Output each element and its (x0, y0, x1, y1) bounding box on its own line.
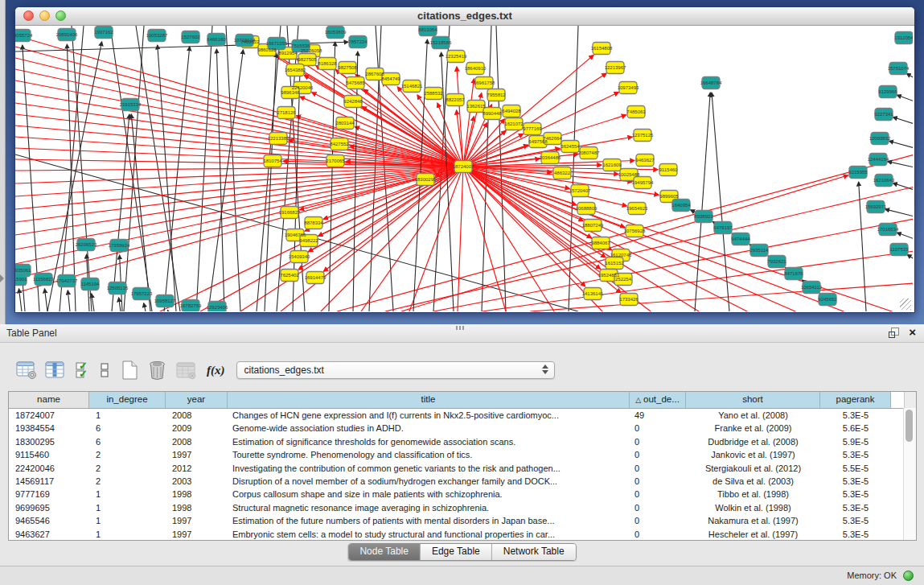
table-row[interactable]: 2242004622012Investigating the contribut… (9, 462, 916, 475)
table-cell: 0 (630, 422, 686, 435)
table-cell: 1997 (166, 448, 228, 461)
split-pane-handle[interactable] (456, 326, 466, 330)
graph-node-label: 17957223 (131, 291, 153, 296)
graph-node-label: 1621609 (602, 163, 622, 167)
graph-node-label: 18724007 (453, 164, 474, 169)
graph-node-label: 16671355 (266, 41, 288, 46)
graph-node-label: 9463627 (635, 158, 655, 163)
table-cell: 9777169 (9, 488, 89, 501)
table-panel: Table Panel × ✓✓ f(x) citations_edges (0, 324, 924, 566)
delete-trash-icon[interactable] (147, 360, 167, 381)
table-cell: 1997 (166, 528, 228, 541)
svg-text:✓: ✓ (79, 368, 88, 380)
column-header-name[interactable]: name (9, 392, 89, 408)
graph-node-label: 8186328 (318, 61, 337, 66)
table-settings-icon[interactable] (16, 360, 38, 380)
graph-node-label: 16120746 (610, 253, 632, 257)
table-cell: 2 (89, 475, 166, 488)
table-row[interactable]: 946362711997Embryonic stem cells: a mode… (9, 528, 916, 541)
graph-node-label: 1935061 (15, 268, 31, 273)
graph-node-label: 486322 (554, 171, 571, 175)
table-row[interactable]: 977716911998Corpus callosum shape and si… (9, 488, 916, 501)
tab-network-table[interactable]: Network Table (492, 544, 576, 560)
table-cell: 1 (89, 409, 166, 422)
graph-node-label: 20364486 (540, 155, 561, 160)
table-cell: 5.6E-5 (820, 422, 891, 435)
graph-node-label: 9896348 (281, 90, 300, 95)
graph-node-label: 8454749 (381, 76, 400, 81)
table-cell: Stergiakouli et al. (2012) (686, 462, 820, 475)
table-cell: Estimation of the future numbers of pati… (228, 514, 630, 527)
graph-node-label: 1362615 (466, 104, 486, 109)
column-header-title[interactable]: title (228, 392, 630, 408)
function-builder-icon[interactable]: f(x) (207, 364, 225, 377)
graph-node-label: 16914479 (305, 275, 326, 280)
status-bar: Memory: OK (0, 566, 924, 585)
network-canvas[interactable]: 1872400774638229860128891295425226058982… (15, 26, 913, 311)
table-row[interactable]: 1938455462009Genome-wide association stu… (9, 422, 916, 435)
new-document-icon[interactable] (120, 360, 139, 381)
column-header-in-degree[interactable]: in_degree (89, 392, 166, 408)
graph-node-label: 14136141 (582, 291, 604, 296)
network-window-title: citations_edges.txt (15, 10, 914, 22)
select-columns-icon[interactable]: ✓✓ (75, 360, 92, 380)
column-visibility-icon[interactable] (45, 360, 66, 380)
table-cell: 2009 (166, 422, 228, 435)
graph-node-label: 1937162 (94, 30, 113, 35)
column-header-out-de-[interactable]: △out_de... (630, 392, 686, 408)
graph-node-label: 1527602 (181, 35, 200, 39)
row-view-icon[interactable] (99, 360, 110, 380)
table-cell: 5.3E-5 (820, 528, 891, 541)
graph-node-label: 9245652 (818, 297, 837, 302)
panel-collapse-handle[interactable] (0, 274, 4, 282)
table-row[interactable]: 911546021997Tourette syndrome. Phenomeno… (9, 448, 916, 461)
table-panel-titlebar[interactable]: Table Panel × (0, 324, 924, 343)
network-window-titlebar[interactable]: citations_edges.txt (15, 7, 914, 26)
header-scroll-corner (904, 392, 916, 408)
tab-node-table[interactable]: Node Table (348, 544, 421, 560)
graph-node-label: 6494028 (502, 109, 521, 113)
table-cell: 0 (630, 462, 686, 475)
table-row[interactable]: 1456911722003Disruption of a novel membe… (9, 475, 916, 488)
table-cell: 5.3E-5 (820, 514, 891, 527)
graph-node-label: 18300295 (415, 177, 437, 182)
column-header-year[interactable]: year (166, 392, 228, 408)
table-cell: Estimation of significance thresholds fo… (228, 435, 630, 448)
table-cell: 5.3E-5 (820, 501, 891, 514)
tab-edge-table[interactable]: Edge Table (421, 544, 492, 560)
graph-node-label: 8471676 (784, 271, 803, 276)
table-row[interactable]: 946554611997Estimation of the future num… (9, 514, 916, 527)
float-panel-icon[interactable] (889, 328, 899, 338)
table-row[interactable]: 1830029562008Estimation of significance … (9, 435, 916, 448)
delete-table-icon[interactable] (176, 360, 197, 380)
close-panel-icon[interactable]: × (909, 327, 916, 338)
memory-status-dot (903, 571, 914, 581)
window-resize-grip[interactable] (900, 299, 911, 310)
table-cell: 2008 (166, 435, 228, 448)
graph-node-label: 16053809 (325, 30, 347, 35)
table-cell: Franke et al. (2009) (686, 422, 820, 435)
column-header-pagerank[interactable]: pagerank (820, 392, 891, 408)
graph-node-label: 8822057 (446, 97, 465, 102)
graph-node-label: 1640954 (671, 203, 691, 208)
graph-node-label: 8938923 (694, 214, 713, 219)
table-body: 1872400712008Changes of HCN gene express… (9, 409, 916, 541)
cytoscape-desktop: citations_edges.txt 18724007746382298601… (0, 0, 924, 324)
table-row[interactable]: 1872400712008Changes of HCN gene express… (9, 409, 916, 422)
table-cell: Corpus callosum shape and size in male p… (228, 488, 630, 501)
table-scrollbar[interactable] (903, 408, 916, 540)
graph-node-label: 12375125 (632, 133, 654, 138)
table-row[interactable]: 969969511998Structural magnetic resonanc… (9, 501, 916, 514)
graph-node-label: 10973493 (618, 85, 639, 90)
network-view-window[interactable]: citations_edges.txt 18724007746382298601… (14, 6, 915, 313)
graph-node-label: 8990448 (483, 111, 502, 116)
column-header-short[interactable]: short (686, 392, 820, 408)
graph-node-label: 9227341 (874, 112, 893, 117)
table-cell: Dudbridge et al. (2008) (686, 435, 820, 448)
graph-node-label: 9899605 (659, 194, 679, 199)
table-cell: Embryonic stem cells: a model to study s… (228, 528, 630, 541)
table-scrollbar-thumb[interactable] (906, 410, 913, 442)
table-selector-dropdown[interactable]: citations_edges.txt (236, 361, 555, 379)
graph-node-label: 10756928 (624, 229, 646, 233)
table-cell: 1998 (166, 488, 228, 501)
